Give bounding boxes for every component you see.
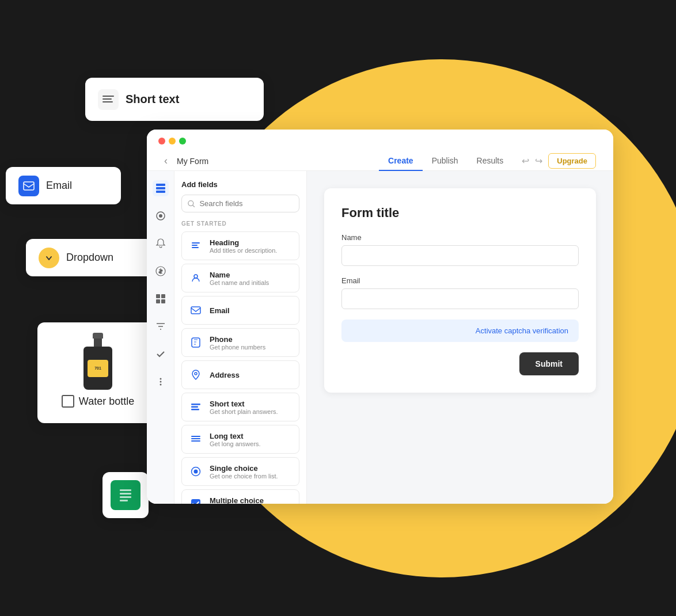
short-text-field-icon <box>188 399 204 415</box>
dropdown-card-icon <box>39 248 59 268</box>
field-item-address[interactable]: Address <box>181 360 299 389</box>
card-water-bottle: 701 Water bottle <box>37 322 158 423</box>
submit-button[interactable]: Submit <box>519 352 579 375</box>
field-info-heading: Heading Add titles or description. <box>210 238 277 254</box>
svg-point-30 <box>195 372 197 375</box>
email-icon <box>188 302 204 318</box>
tab-create[interactable]: Create <box>379 151 423 171</box>
field-item-single-choice[interactable]: Single choice Get one choice from list. <box>181 457 299 486</box>
field-info-short-text: Short text Get short plain answers. <box>210 400 278 415</box>
fields-panel: Add fields GET STARTED Heading Add title… <box>174 171 307 504</box>
field-desc-long-text: Get long answers. <box>210 440 261 447</box>
sidebar-icon-check[interactable] <box>153 346 169 362</box>
svg-rect-32 <box>191 406 198 408</box>
card-dropdown: Dropdown <box>26 239 153 276</box>
svg-rect-26 <box>192 247 199 248</box>
tab-results[interactable]: Results <box>468 151 513 171</box>
app-body: Add fields GET STARTED Heading Add title… <box>147 171 613 504</box>
svg-rect-12 <box>156 191 165 193</box>
field-item-heading[interactable]: Heading Add titles or description. <box>181 231 299 260</box>
form-card-title: Form title <box>341 206 579 220</box>
field-name-email: Email <box>210 306 230 315</box>
phone-icon <box>188 334 204 351</box>
svg-rect-3 <box>24 182 34 190</box>
form-input-name[interactable] <box>341 245 579 266</box>
svg-rect-0 <box>102 96 114 97</box>
sidebar-icon-fields[interactable] <box>153 180 169 196</box>
svg-rect-8 <box>120 496 131 498</box>
form-input-email[interactable] <box>341 288 579 309</box>
water-bottle-image: 701 <box>78 333 118 390</box>
svg-point-38 <box>194 470 198 474</box>
dot-red <box>158 138 165 145</box>
svg-rect-31 <box>191 404 200 405</box>
field-item-long-text[interactable]: Long text Get long answers. <box>181 425 299 454</box>
form-label-name: Name <box>341 233 579 242</box>
card-google-sheets <box>102 472 149 518</box>
field-item-email[interactable]: Email <box>181 296 299 325</box>
svg-rect-28 <box>191 307 200 314</box>
svg-rect-11 <box>156 187 165 189</box>
email-card-label: Email <box>46 180 72 192</box>
google-sheets-icon <box>111 480 140 510</box>
water-bottle-checkbox[interactable] <box>62 395 74 408</box>
undo-button[interactable]: ↩ <box>522 155 529 166</box>
svg-rect-7 <box>120 493 131 495</box>
field-desc-short-text: Get short plain answers. <box>210 408 278 415</box>
svg-rect-34 <box>191 436 200 437</box>
water-bottle-label: Water bottle <box>79 396 134 408</box>
svg-point-14 <box>159 214 162 218</box>
svg-point-27 <box>194 275 198 278</box>
field-name-phone: Phone <box>210 335 265 344</box>
field-info-address: Address <box>210 371 240 379</box>
field-item-phone[interactable]: Phone Get phone numbers <box>181 328 299 357</box>
field-name-address: Address <box>210 371 240 379</box>
search-input[interactable] <box>199 199 293 208</box>
svg-point-20 <box>159 378 161 380</box>
svg-rect-1 <box>102 98 112 100</box>
window-chrome: ‹ My Form Create Publish Results ↩ ↪ Upg… <box>147 130 613 171</box>
tab-publish[interactable]: Publish <box>423 151 468 171</box>
field-info-email: Email <box>210 306 230 315</box>
svg-rect-16 <box>156 294 160 298</box>
multiple-choice-icon <box>188 496 204 504</box>
captcha-bar[interactable]: Activate captcha verification <box>341 320 579 342</box>
window-dots <box>158 138 602 145</box>
field-item-short-text[interactable]: Short text Get short plain answers. <box>181 393 299 421</box>
svg-rect-24 <box>192 242 200 244</box>
svg-point-22 <box>159 384 161 386</box>
svg-rect-19 <box>161 299 165 303</box>
window-nav: ‹ My Form Create Publish Results ↩ ↪ Upg… <box>158 151 602 170</box>
sidebar-icon-notifications[interactable] <box>153 235 169 252</box>
search-box[interactable] <box>181 195 299 212</box>
field-info-long-text: Long text Get long answers. <box>210 432 261 447</box>
field-name-short-text: Short text <box>210 400 278 408</box>
field-item-name[interactable]: Name Get name and initials <box>181 264 299 292</box>
sidebar-icon-filter[interactable] <box>153 318 169 334</box>
sidebar-icon-grid[interactable] <box>153 291 169 307</box>
name-icon <box>188 270 204 286</box>
short-text-icon <box>98 89 119 110</box>
sidebar-icon-more[interactable] <box>153 374 169 390</box>
svg-point-21 <box>159 381 161 383</box>
sidebar-icon-payments[interactable] <box>153 263 169 279</box>
svg-rect-39 <box>191 499 200 504</box>
dot-green <box>179 138 186 145</box>
field-info-single-choice: Single choice Get one choice from list. <box>210 464 278 480</box>
field-name-name: Name <box>210 271 269 279</box>
svg-rect-25 <box>192 245 198 246</box>
form-preview: Form title Name Email Activate captcha v… <box>307 171 613 504</box>
field-desc-phone: Get phone numbers <box>210 344 265 351</box>
nav-back-button[interactable]: ‹ <box>164 155 168 167</box>
add-fields-title: Add fields <box>181 180 299 189</box>
field-desc-heading: Add titles or description. <box>210 247 277 254</box>
card-short-text: Short text <box>85 78 264 121</box>
captcha-text: Activate captcha verification <box>476 326 568 335</box>
field-info-multiple-choice: Multiple choice Get range from list. <box>210 496 264 504</box>
upgrade-button[interactable]: Upgrade <box>548 153 596 169</box>
field-item-multiple-choice[interactable]: Multiple choice Get range from list. <box>181 489 299 504</box>
form-card: Form title Name Email Activate captcha v… <box>324 188 596 393</box>
single-choice-icon <box>188 463 204 480</box>
sidebar-icon-design[interactable] <box>153 208 169 224</box>
redo-button[interactable]: ↪ <box>535 155 542 166</box>
